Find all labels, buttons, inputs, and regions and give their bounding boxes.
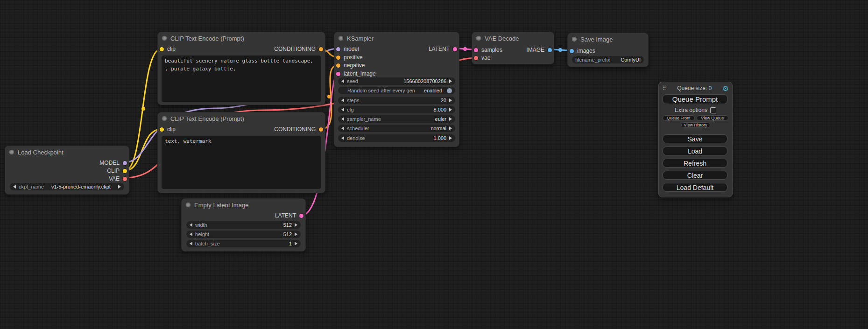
model-output-dot[interactable] bbox=[123, 161, 127, 165]
collapse-toggle-icon[interactable] bbox=[186, 203, 191, 207]
next-value-icon[interactable] bbox=[449, 117, 452, 121]
collapse-toggle-icon[interactable] bbox=[9, 150, 14, 154]
conditioning-output-slot[interactable]: CONDITIONING bbox=[274, 45, 323, 53]
positive-prompt-textarea[interactable]: beautiful scenery nature glass bottle la… bbox=[162, 56, 321, 102]
filename-prefix-widget[interactable]: filename_prefix ComfyUI bbox=[572, 56, 644, 63]
increment-icon[interactable] bbox=[449, 136, 452, 140]
random-seed-toggle-widget[interactable]: Random seed after every gen enabled bbox=[338, 87, 455, 94]
conditioning-output-slot[interactable]: CONDITIONING bbox=[274, 126, 323, 133]
toggle-knob-icon[interactable] bbox=[447, 88, 452, 93]
latent-output-dot[interactable] bbox=[299, 214, 303, 218]
node-clip-text-encode-negative[interactable]: CLIP Text Encode (Prompt) clip CONDITION… bbox=[157, 112, 325, 193]
increment-icon[interactable] bbox=[449, 98, 452, 102]
node-graph-canvas[interactable]: Load Checkpoint MODEL CLIP VAE ckpt_name… bbox=[0, 0, 868, 329]
node-ksampler[interactable]: KSampler model LATENT positive negative … bbox=[334, 32, 459, 147]
latent-output-dot[interactable] bbox=[453, 47, 457, 51]
model-input-dot[interactable] bbox=[336, 47, 340, 51]
clear-button[interactable]: Clear bbox=[663, 171, 727, 180]
width-widget[interactable]: width 512 bbox=[186, 221, 301, 229]
load-default-button[interactable]: Load Default bbox=[663, 183, 727, 192]
increment-icon[interactable] bbox=[295, 223, 297, 227]
increment-icon[interactable] bbox=[449, 79, 452, 83]
decrement-icon[interactable] bbox=[190, 223, 192, 227]
seed-widget[interactable]: seed 156680208700286 bbox=[338, 77, 455, 85]
node-load-checkpoint[interactable]: Load Checkpoint MODEL CLIP VAE ckpt_name… bbox=[5, 146, 129, 195]
collapse-toggle-icon[interactable] bbox=[162, 116, 167, 121]
decrement-icon[interactable] bbox=[341, 136, 344, 140]
image-output-slot[interactable]: IMAGE bbox=[526, 46, 552, 54]
vae-input-slot[interactable]: vae bbox=[474, 54, 490, 62]
clip-output-slot[interactable]: CLIP bbox=[107, 167, 127, 175]
next-value-icon[interactable] bbox=[449, 126, 452, 130]
decrement-icon[interactable] bbox=[190, 242, 192, 245]
refresh-button[interactable]: Refresh bbox=[663, 159, 727, 168]
decrement-icon[interactable] bbox=[190, 232, 192, 236]
load-button[interactable]: Load bbox=[663, 147, 727, 155]
node-title-bar[interactable]: CLIP Text Encode (Prompt) bbox=[158, 112, 325, 125]
samples-input-slot[interactable]: samples bbox=[474, 46, 502, 54]
extra-options-checkbox[interactable] bbox=[710, 107, 716, 113]
scheduler-widget[interactable]: scheduler normal bbox=[338, 125, 455, 132]
clip-input-slot[interactable]: clip bbox=[160, 45, 176, 53]
node-title-bar[interactable]: KSampler bbox=[334, 32, 459, 44]
increment-icon[interactable] bbox=[295, 232, 297, 236]
vae-output-slot[interactable]: VAE bbox=[109, 175, 127, 182]
decrement-icon[interactable] bbox=[341, 108, 344, 112]
clip-input-dot[interactable] bbox=[160, 127, 164, 132]
collapse-toggle-icon[interactable] bbox=[339, 36, 343, 41]
node-vae-decode[interactable]: VAE Decode samples IMAGE vae bbox=[472, 32, 554, 64]
node-title-bar[interactable]: Empty Latent Image bbox=[182, 199, 305, 211]
collapse-toggle-icon[interactable] bbox=[476, 36, 481, 41]
latent-output-slot[interactable]: LATENT bbox=[429, 45, 457, 53]
images-input-dot[interactable] bbox=[570, 49, 574, 53]
image-output-dot[interactable] bbox=[548, 48, 552, 52]
node-save-image[interactable]: Save Image images filename_prefix ComfyU… bbox=[567, 33, 649, 67]
positive-input-dot[interactable] bbox=[336, 56, 340, 60]
decrement-icon[interactable] bbox=[341, 98, 344, 102]
node-title-bar[interactable]: CLIP Text Encode (Prompt) bbox=[158, 32, 325, 44]
batch-size-widget[interactable]: batch_size 1 bbox=[186, 240, 301, 247]
queue-front-button[interactable]: Queue Front bbox=[663, 115, 695, 121]
next-value-icon[interactable] bbox=[118, 185, 121, 189]
node-title-bar[interactable]: Save Image bbox=[568, 33, 648, 45]
conditioning-output-dot[interactable] bbox=[319, 47, 323, 51]
increment-icon[interactable] bbox=[449, 108, 452, 112]
negative-input-slot[interactable]: negative bbox=[336, 62, 365, 69]
prev-value-icon[interactable] bbox=[341, 117, 344, 121]
settings-gear-icon[interactable]: ⚙ bbox=[723, 85, 729, 92]
latent-image-input-dot[interactable] bbox=[336, 72, 340, 76]
positive-input-slot[interactable]: positive bbox=[336, 54, 363, 61]
collapse-toggle-icon[interactable] bbox=[162, 36, 167, 41]
node-title-bar[interactable]: VAE Decode bbox=[472, 32, 554, 44]
view-history-button[interactable]: View History bbox=[681, 122, 710, 128]
clip-input-slot[interactable]: clip bbox=[160, 126, 176, 133]
vae-output-dot[interactable] bbox=[123, 177, 127, 181]
decrement-icon[interactable] bbox=[341, 79, 344, 83]
ckpt-name-widget[interactable]: ckpt_name v1-5-pruned-emaonly.ckpt bbox=[10, 183, 124, 190]
increment-icon[interactable] bbox=[295, 242, 297, 245]
model-output-slot[interactable]: MODEL bbox=[99, 159, 127, 167]
negative-prompt-textarea[interactable]: text, watermark bbox=[162, 136, 321, 189]
conditioning-output-dot[interactable] bbox=[319, 127, 323, 132]
clip-input-dot[interactable] bbox=[160, 47, 164, 51]
collapse-toggle-icon[interactable] bbox=[572, 37, 577, 42]
images-input-slot[interactable]: images bbox=[570, 47, 595, 55]
node-title-bar[interactable]: Load Checkpoint bbox=[5, 146, 129, 158]
prev-value-icon[interactable] bbox=[13, 185, 16, 189]
denoise-widget[interactable]: denoise 1.000 bbox=[338, 134, 455, 142]
sampler-name-widget[interactable]: sampler_name euler bbox=[338, 115, 455, 123]
latent-image-input-slot[interactable]: latent_image bbox=[336, 70, 376, 77]
queue-prompt-button[interactable]: Queue Prompt bbox=[663, 94, 727, 104]
height-widget[interactable]: height 512 bbox=[186, 231, 301, 238]
cfg-widget[interactable]: cfg 8.000 bbox=[338, 106, 455, 113]
steps-widget[interactable]: steps 20 bbox=[338, 97, 455, 104]
save-button[interactable]: Save bbox=[663, 134, 727, 143]
latent-output-slot[interactable]: LATENT bbox=[275, 212, 303, 219]
model-input-slot[interactable]: model bbox=[336, 45, 359, 53]
clip-output-dot[interactable] bbox=[123, 169, 127, 173]
prev-value-icon[interactable] bbox=[341, 126, 344, 130]
drag-handle-icon[interactable]: ⠿ bbox=[662, 85, 666, 91]
node-empty-latent-image[interactable]: Empty Latent Image LATENT width 512 heig… bbox=[181, 198, 306, 252]
samples-input-dot[interactable] bbox=[474, 48, 478, 52]
vae-input-dot[interactable] bbox=[474, 56, 478, 60]
